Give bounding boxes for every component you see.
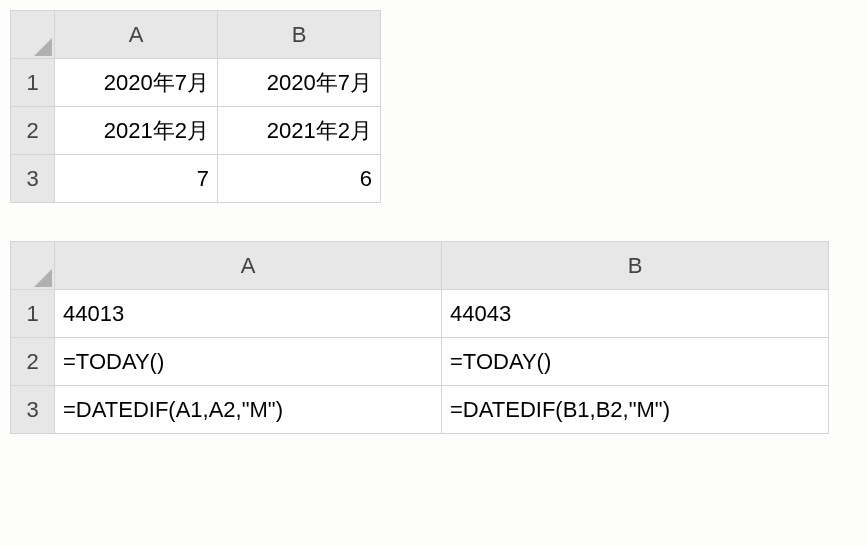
row-header-1[interactable]: 1 [11,290,55,338]
cell-b3[interactable]: 6 [218,155,381,203]
select-all-triangle-icon [34,38,52,56]
cell-a3[interactable]: =DATEDIF(A1,A2,"M") [55,386,442,434]
cell-b3[interactable]: =DATEDIF(B1,B2,"M") [442,386,829,434]
row-header-3[interactable]: 3 [11,155,55,203]
select-all-corner[interactable] [11,242,55,290]
svg-marker-0 [34,38,52,56]
spreadsheet-table-1: A B 1 2020年7月 2020年7月 2 2021年2月 2021年2月 … [10,10,381,203]
cell-b1[interactable]: 44043 [442,290,829,338]
select-all-triangle-icon [34,269,52,287]
row-header-2[interactable]: 2 [11,107,55,155]
row-header-2[interactable]: 2 [11,338,55,386]
cell-a1[interactable]: 44013 [55,290,442,338]
row-header-1[interactable]: 1 [11,59,55,107]
cell-b2[interactable]: =TODAY() [442,338,829,386]
cell-a2[interactable]: 2021年2月 [55,107,218,155]
spreadsheet-table-2: A B 1 44013 44043 2 =TODAY() =TODAY() 3 … [10,241,829,434]
cell-b1[interactable]: 2020年7月 [218,59,381,107]
column-header-a[interactable]: A [55,242,442,290]
column-header-b[interactable]: B [442,242,829,290]
svg-marker-1 [34,269,52,287]
cell-a2[interactable]: =TODAY() [55,338,442,386]
column-header-a[interactable]: A [55,11,218,59]
select-all-corner[interactable] [11,11,55,59]
cell-b2[interactable]: 2021年2月 [218,107,381,155]
column-header-b[interactable]: B [218,11,381,59]
row-header-3[interactable]: 3 [11,386,55,434]
cell-a1[interactable]: 2020年7月 [55,59,218,107]
cell-a3[interactable]: 7 [55,155,218,203]
